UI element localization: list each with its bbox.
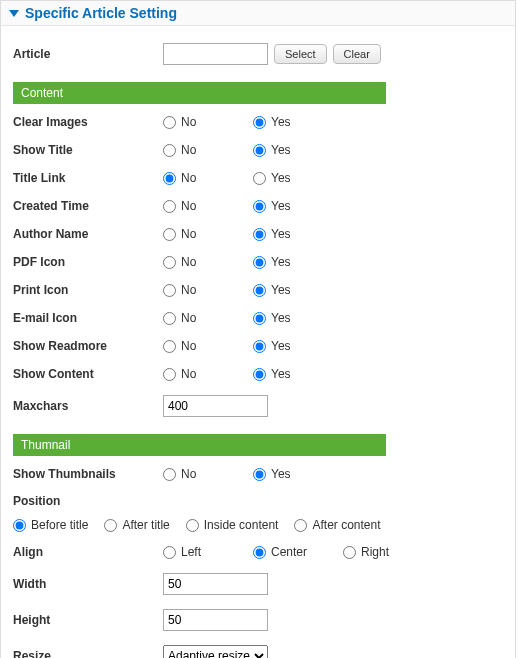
position-inside[interactable] (186, 519, 199, 532)
show-readmore-yes[interactable] (253, 340, 266, 353)
label-position: Position (13, 494, 163, 508)
row-align: Align Left Center Right (13, 538, 503, 566)
pdf-icon-yes[interactable] (253, 256, 266, 269)
print-icon-no[interactable] (163, 284, 176, 297)
select-button[interactable]: Select (274, 44, 327, 64)
label-show-thumbnails: Show Thumbnails (13, 467, 163, 481)
align-left[interactable] (163, 546, 176, 559)
row-show-thumbnails: Show Thumbnails No Yes (13, 460, 503, 488)
align-right[interactable] (343, 546, 356, 559)
label-created-time: Created Time (13, 199, 163, 213)
label-title-link: Title Link (13, 171, 163, 185)
label-width: Width (13, 577, 163, 591)
label-pdf-icon: PDF Icon (13, 255, 163, 269)
row-title-link: Title Link No Yes (13, 164, 503, 192)
label-height: Height (13, 613, 163, 627)
align-center[interactable] (253, 546, 266, 559)
show-content-no[interactable] (163, 368, 176, 381)
row-print-icon: Print Icon No Yes (13, 276, 503, 304)
section-content-header: Content (13, 82, 386, 104)
panel-header[interactable]: Specific Article Setting (1, 1, 515, 26)
maxchars-input[interactable] (163, 395, 268, 417)
show-title-no[interactable] (163, 144, 176, 157)
author-name-no[interactable] (163, 228, 176, 241)
created-time-yes[interactable] (253, 200, 266, 213)
row-pdf-icon: PDF Icon No Yes (13, 248, 503, 276)
label-print-icon: Print Icon (13, 283, 163, 297)
clear-images-no[interactable] (163, 116, 176, 129)
label-author-name: Author Name (13, 227, 163, 241)
label-show-title: Show Title (13, 143, 163, 157)
row-created-time: Created Time No Yes (13, 192, 503, 220)
row-show-readmore: Show Readmore No Yes (13, 332, 503, 360)
show-readmore-no[interactable] (163, 340, 176, 353)
row-width: Width (13, 566, 503, 602)
label-clear-images: Clear Images (13, 115, 163, 129)
clear-images-yes[interactable] (253, 116, 266, 129)
position-options: Before title After title Inside content … (13, 512, 503, 538)
row-maxchars: Maxchars (13, 388, 503, 424)
position-after[interactable] (104, 519, 117, 532)
label-email-icon: E-mail Icon (13, 311, 163, 325)
pdf-icon-no[interactable] (163, 256, 176, 269)
article-input[interactable] (163, 43, 268, 65)
section-thumbnail-header: Thumnail (13, 434, 386, 456)
position-after-content[interactable] (294, 519, 307, 532)
row-height: Height (13, 602, 503, 638)
collapse-caret-icon (9, 10, 19, 17)
settings-panel: Specific Article Setting Article Select … (0, 0, 516, 658)
show-title-yes[interactable] (253, 144, 266, 157)
position-before[interactable] (13, 519, 26, 532)
print-icon-yes[interactable] (253, 284, 266, 297)
article-row: Article Select Clear (13, 36, 503, 72)
row-clear-images: Clear Images No Yes (13, 108, 503, 136)
row-show-title: Show Title No Yes (13, 136, 503, 164)
resize-select[interactable]: Adaptive resize (163, 645, 268, 658)
show-thumbnails-no[interactable] (163, 468, 176, 481)
author-name-yes[interactable] (253, 228, 266, 241)
show-content-yes[interactable] (253, 368, 266, 381)
label-show-readmore: Show Readmore (13, 339, 163, 353)
row-author-name: Author Name No Yes (13, 220, 503, 248)
clear-button[interactable]: Clear (333, 44, 381, 64)
width-input[interactable] (163, 573, 268, 595)
panel-title: Specific Article Setting (25, 5, 177, 21)
article-label: Article (13, 47, 163, 61)
panel-body: Article Select Clear Content Clear Image… (1, 26, 515, 658)
label-resize: Resize (13, 649, 163, 658)
label-maxchars: Maxchars (13, 399, 163, 413)
title-link-yes[interactable] (253, 172, 266, 185)
show-thumbnails-yes[interactable] (253, 468, 266, 481)
title-link-no[interactable] (163, 172, 176, 185)
email-icon-no[interactable] (163, 312, 176, 325)
row-show-content: Show Content No Yes (13, 360, 503, 388)
created-time-no[interactable] (163, 200, 176, 213)
email-icon-yes[interactable] (253, 312, 266, 325)
height-input[interactable] (163, 609, 268, 631)
label-show-content: Show Content (13, 367, 163, 381)
row-email-icon: E-mail Icon No Yes (13, 304, 503, 332)
row-resize: Resize Adaptive resize (13, 638, 503, 658)
label-align: Align (13, 545, 163, 559)
